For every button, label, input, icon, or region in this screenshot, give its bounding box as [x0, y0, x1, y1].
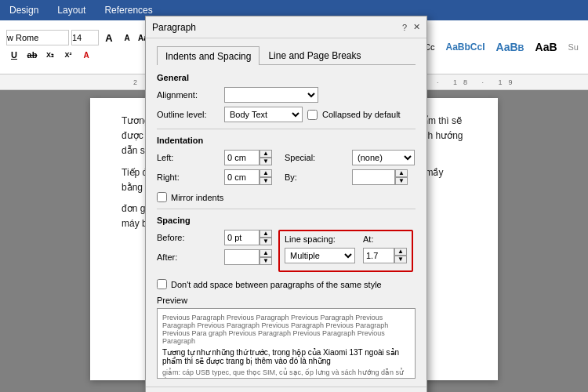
- at-up[interactable]: ▲: [394, 248, 407, 256]
- by-label: By:: [285, 172, 347, 182]
- special-select[interactable]: (none): [352, 150, 415, 165]
- spacing-rows: Before: ▲ ▼ After:: [157, 230, 416, 276]
- left-indent-input[interactable]: [224, 150, 260, 165]
- after-row: After: ▲ ▼: [157, 249, 272, 265]
- before-up[interactable]: ▲: [260, 230, 272, 238]
- mirror-indents-row: Mirror indents: [157, 192, 416, 202]
- left-indent-label: Left:: [157, 153, 220, 162]
- dialog-tab-strip: Indents and Spacing Line and Page Breaks: [157, 46, 416, 65]
- special-row: Special: (none): [285, 150, 415, 165]
- general-section-label: General: [157, 73, 416, 82]
- left-indent-spinbtns: ▲ ▼: [260, 150, 272, 165]
- at-input[interactable]: [363, 248, 394, 263]
- line-spacing-header-row: Line spacing: At:: [285, 234, 407, 244]
- mirror-indents-checkbox[interactable]: [157, 192, 167, 202]
- preview-preceding: Previous Paragraph Previous Paragraph Pr…: [162, 314, 410, 345]
- outline-level-label: Outline level:: [157, 110, 220, 119]
- line-spacing-inner: Line spacing: At: Multiple ▲: [285, 234, 407, 267]
- right-indent-input[interactable]: [224, 169, 260, 185]
- left-indent-down[interactable]: ▼: [260, 158, 272, 165]
- line-spacing-controls-row: Multiple ▲ ▼: [285, 248, 407, 263]
- before-label: Before:: [157, 233, 220, 242]
- outline-level-select[interactable]: Body Text: [224, 107, 303, 122]
- spacing-section-label: Spacing: [157, 216, 416, 225]
- right-indent-row: Right: ▲ ▼: [157, 169, 272, 185]
- line-spacing-box: Line spacing: At: Multiple ▲: [278, 230, 413, 272]
- left-indent-up[interactable]: ▲: [260, 150, 272, 158]
- alignment-select[interactable]: [224, 87, 318, 103]
- right-indent-spinner: ▲ ▼: [224, 169, 272, 185]
- dialog-close-btn[interactable]: ✕: [413, 22, 420, 32]
- by-row: By: ▲ ▼: [285, 169, 415, 185]
- right-indent-down[interactable]: ▼: [260, 177, 272, 185]
- right-indent-up[interactable]: ▲: [260, 169, 272, 177]
- alignment-row: Alignment:: [157, 87, 416, 103]
- after-up[interactable]: ▲: [260, 249, 272, 257]
- mirror-indents-label: Mirror indents: [171, 193, 223, 202]
- dialog-help-btn[interactable]: ?: [402, 23, 407, 32]
- indentation-divider: [157, 209, 416, 209]
- before-down[interactable]: ▼: [260, 238, 272, 245]
- title-actions: ? ✕: [402, 22, 420, 32]
- at-spinner: ▲ ▼: [363, 248, 407, 263]
- dont-add-space-row: Don't add space between paragraphs of th…: [157, 279, 416, 289]
- dont-add-space-checkbox[interactable]: [157, 279, 167, 289]
- line-spacing-select[interactable]: Multiple: [285, 248, 355, 263]
- by-spinbtns: ▲ ▼: [395, 169, 408, 185]
- collapsed-checkbox[interactable]: [307, 110, 318, 120]
- before-row: Before: ▲ ▼: [157, 230, 272, 245]
- dialog-titlebar: Paragraph ? ✕: [146, 16, 426, 38]
- collapsed-label: Collapsed by default: [322, 110, 401, 119]
- right-indent-label: Right:: [157, 172, 220, 182]
- at-spinbtns: ▲ ▼: [394, 248, 407, 263]
- tab-line-page-breaks[interactable]: Line and Page Breaks: [260, 46, 369, 64]
- before-input[interactable]: [224, 230, 260, 245]
- dialog-footer: Tabs... Set As Default OK Cancel: [146, 387, 426, 392]
- by-down[interactable]: ▼: [395, 177, 408, 185]
- at-header-label: At:: [363, 234, 373, 244]
- indent-special-col: Special: (none) By: ▲ ▼: [285, 150, 415, 189]
- after-spinbtns: ▲ ▼: [260, 249, 272, 265]
- left-indent-spinner: ▲ ▼: [224, 150, 272, 165]
- outline-level-row: Outline level: Body Text Collapsed by de…: [157, 107, 416, 122]
- dont-add-space-label: Don't add space between paragraphs of th…: [171, 280, 382, 289]
- preview-label: Preview: [157, 296, 416, 305]
- line-spacing-header-label: Line spacing:: [285, 234, 355, 244]
- at-down[interactable]: ▼: [394, 256, 407, 263]
- indentation-rows: Left: ▲ ▼ Right:: [157, 150, 416, 189]
- right-indent-spinbtns: ▲ ▼: [260, 169, 272, 185]
- by-up[interactable]: ▲: [395, 169, 408, 177]
- dialog-title: Paragraph: [152, 22, 196, 33]
- preview-box: Previous Paragraph Previous Paragraph Pr…: [157, 308, 416, 379]
- preview-section: Preview Previous Paragraph Previous Para…: [157, 296, 416, 379]
- special-label: Special:: [285, 153, 347, 162]
- paragraph-dialog: Paragraph ? ✕ Indents and Spacing Line a…: [145, 16, 427, 392]
- indent-left-col: Left: ▲ ▼ Right:: [157, 150, 272, 189]
- by-spinner: ▲ ▼: [352, 169, 408, 185]
- alignment-label: Alignment:: [157, 90, 220, 100]
- left-indent-row: Left: ▲ ▼: [157, 150, 272, 165]
- preview-main: Tương tự như những thứ trước, trong hộp …: [162, 348, 410, 365]
- after-input[interactable]: [224, 249, 260, 265]
- before-after-col: Before: ▲ ▼ After:: [157, 230, 272, 269]
- after-spinner: ▲ ▼: [224, 249, 272, 265]
- preview-following1: giảm: cáp USB typec, que thọc SIM, củ sạ…: [162, 368, 410, 379]
- dialog-body: Indents and Spacing Line and Page Breaks…: [146, 38, 426, 387]
- before-spinner: ▲ ▼: [224, 230, 272, 245]
- tab-indents-spacing[interactable]: Indents and Spacing: [157, 46, 260, 65]
- after-label: After:: [157, 252, 220, 262]
- after-down[interactable]: ▼: [260, 257, 272, 265]
- dialog-overlay: Paragraph ? ✕ Indents and Spacing Line a…: [0, 0, 588, 392]
- general-divider: [157, 129, 416, 129]
- before-spinbtns: ▲ ▼: [260, 230, 272, 245]
- by-input[interactable]: [352, 169, 395, 185]
- indentation-section-label: Indentation: [157, 136, 416, 145]
